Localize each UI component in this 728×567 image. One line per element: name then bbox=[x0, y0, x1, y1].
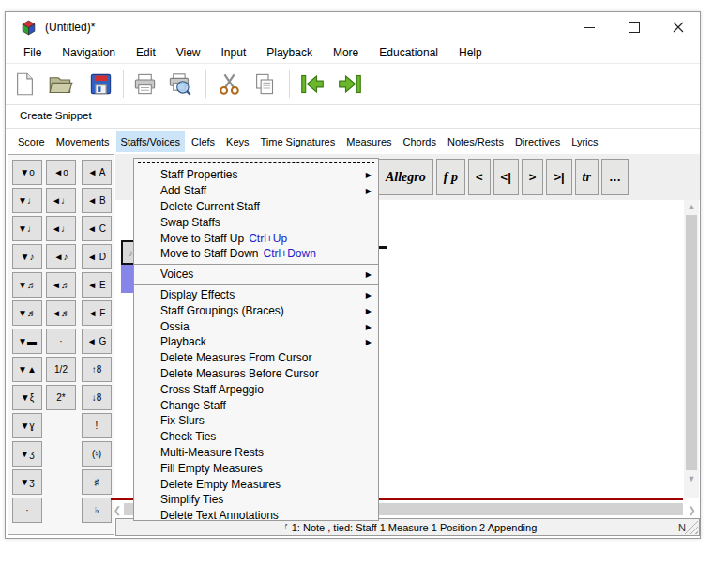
menu-item-voices[interactable]: Voices▶ bbox=[134, 267, 378, 283]
whole-note-button[interactable]: ◄o bbox=[46, 160, 76, 185]
menu-item-multi-measure-rests[interactable]: Multi-Measure Rests bbox=[134, 445, 378, 461]
menu-tearoff-handle[interactable] bbox=[138, 162, 374, 164]
thirtysecond-note-down-button[interactable]: ▼♬ bbox=[12, 300, 42, 326]
sixteenth-note-button[interactable]: ◄♬ bbox=[46, 272, 76, 298]
tab-chords[interactable]: Chords bbox=[399, 131, 441, 152]
breve-note-button[interactable]: ▼▬ bbox=[12, 329, 42, 354]
menu-item-move-to-staff-up[interactable]: Move to Staff UpCtrl+Up bbox=[134, 230, 378, 246]
menu-item-delete-current-staff[interactable]: Delete Current Staff bbox=[134, 199, 378, 215]
octave-up-button[interactable]: ↑8 bbox=[82, 357, 112, 382]
trill-button[interactable]: tr bbox=[575, 159, 599, 195]
dotted-button[interactable]: · bbox=[12, 498, 42, 523]
sixteenth-note-down-button[interactable]: ▼♬ bbox=[12, 272, 42, 298]
pitch-d-button[interactable]: ◄ D bbox=[82, 244, 112, 269]
half-note-button[interactable]: ◄♩ bbox=[46, 188, 76, 213]
save-file-icon[interactable] bbox=[88, 71, 114, 97]
menubar-item-edit[interactable]: Edit bbox=[129, 44, 162, 61]
pitch-f-button[interactable]: ◄ F bbox=[82, 300, 112, 326]
menu-item-add-staff[interactable]: Add Staff▶ bbox=[134, 183, 378, 199]
hscroll-left-arrow[interactable]: ❮ bbox=[111, 503, 124, 516]
minimize-button[interactable] bbox=[575, 18, 603, 37]
create-snippet-button[interactable]: Create Snippet bbox=[20, 110, 92, 121]
menubar-item-playback[interactable]: Playback bbox=[260, 44, 319, 61]
pitch-b-button[interactable]: ◄ B bbox=[82, 188, 112, 213]
maximize-button[interactable] bbox=[620, 18, 648, 37]
decrescendo-button[interactable]: > bbox=[522, 159, 544, 195]
half-note-down-button[interactable]: ▼♩ bbox=[12, 188, 42, 213]
quarter-note-down-button[interactable]: ▼♩ bbox=[12, 216, 42, 241]
sixteenth-rest-button[interactable]: ▼ʒ bbox=[12, 441, 42, 467]
tab-lyrics[interactable]: Lyrics bbox=[567, 131, 602, 152]
menu-item-fix-slurs[interactable]: Fix Slurs bbox=[134, 413, 378, 429]
tempo-allegro-button[interactable]: Allegro bbox=[378, 159, 433, 195]
pitch-g-button[interactable]: ◄ G bbox=[82, 329, 112, 354]
print-preview-icon[interactable] bbox=[167, 71, 192, 97]
flat-button[interactable]: ♭ bbox=[82, 498, 112, 523]
courtesy-natural-button[interactable]: (♮) bbox=[82, 441, 112, 467]
menu-item-display-effects[interactable]: Display Effects▶ bbox=[134, 287, 378, 303]
print-icon[interactable] bbox=[132, 71, 158, 97]
menu-item-swap-staffs[interactable]: Swap Staffs bbox=[134, 214, 378, 230]
more-dynamics-button[interactable]: … bbox=[601, 159, 629, 195]
eighth-note-button[interactable]: ◄♪ bbox=[46, 244, 76, 269]
new-file-icon[interactable] bbox=[12, 71, 38, 97]
menubar-item-help[interactable]: Help bbox=[452, 44, 489, 61]
quarter-rest-button[interactable]: ▼ξ bbox=[12, 385, 42, 410]
menu-item-delete-text-annotations[interactable]: Delete Text Annotations bbox=[134, 508, 378, 521]
double-duration-button[interactable]: 2* bbox=[46, 385, 76, 410]
menu-item-delete-measures-before-cursor[interactable]: Delete Measures Before Cursor bbox=[134, 366, 378, 382]
thirtysecond-rest-button[interactable]: ▼ʒ bbox=[12, 469, 42, 495]
tab-clefs[interactable]: Clefs bbox=[187, 131, 220, 152]
octave-down-button[interactable]: ↓8 bbox=[82, 385, 112, 410]
menu-item-cross-staff-arpeggio[interactable]: Cross Staff Arpeggio bbox=[134, 381, 378, 397]
menubar-item-navigation[interactable]: Navigation bbox=[55, 44, 122, 61]
tab-staffs-voices[interactable]: Staffs/Voices bbox=[116, 131, 185, 152]
open-file-icon[interactable] bbox=[48, 71, 73, 97]
cut-icon[interactable] bbox=[217, 71, 242, 97]
menubar-item-more[interactable]: More bbox=[326, 44, 365, 61]
menu-item-staff-groupings-braces[interactable]: Staff Groupings (Braces)▶ bbox=[134, 302, 378, 318]
copy-icon[interactable] bbox=[251, 71, 277, 97]
decrescendo-end-button[interactable]: >| bbox=[546, 159, 571, 195]
menubar-item-input[interactable]: Input bbox=[215, 44, 253, 61]
pitch-e-button[interactable]: ◄ E bbox=[82, 272, 112, 298]
tab-directives[interactable]: Directives bbox=[510, 131, 565, 152]
menu-item-ossia[interactable]: Ossia▶ bbox=[134, 318, 378, 334]
dynamic-fp-button[interactable]: f p bbox=[436, 159, 465, 195]
menubar-item-view[interactable]: View bbox=[170, 44, 207, 61]
menubar-item-educational[interactable]: Educational bbox=[372, 44, 445, 61]
menubar-item-file[interactable]: File bbox=[17, 44, 48, 61]
tab-movements[interactable]: Movements bbox=[52, 131, 114, 152]
tab-time-signatures[interactable]: Time Signatures bbox=[256, 131, 341, 152]
dot-small-button[interactable]: · bbox=[46, 329, 76, 354]
resize-grip[interactable] bbox=[684, 520, 698, 534]
menu-item-change-staff[interactable]: Change Staff bbox=[134, 397, 378, 413]
tab-notes-rests[interactable]: Notes/Rests bbox=[443, 131, 508, 152]
sharp-button[interactable]: ♯ bbox=[82, 469, 112, 495]
menu-item-delete-measures-from-cursor[interactable]: Delete Measures From Cursor bbox=[134, 350, 378, 366]
close-button[interactable] bbox=[664, 18, 692, 37]
whole-note-down-button[interactable]: ▼o bbox=[12, 160, 42, 185]
pitch-c-button[interactable]: ◄ C bbox=[82, 216, 112, 241]
menu-item-staff-properties[interactable]: Staff Properties▶ bbox=[134, 167, 378, 183]
menu-item-check-ties[interactable]: Check Ties bbox=[134, 429, 378, 445]
vscroll-down-arrow[interactable]: ▼ bbox=[684, 472, 699, 485]
thirtysecond-note-button[interactable]: ◄♬ bbox=[46, 300, 76, 326]
menu-item-fill-empty-measures[interactable]: Fill Empty Measures bbox=[134, 460, 378, 476]
crescendo-end-button[interactable]: <| bbox=[493, 159, 519, 195]
menu-item-move-to-staff-down[interactable]: Move to Staff DownCtrl+Down bbox=[134, 246, 378, 262]
pitch-a-button[interactable]: ◄ A bbox=[82, 160, 112, 185]
vscroll-thumb[interactable] bbox=[686, 215, 697, 470]
quarter-note-button[interactable]: ◄♩ bbox=[46, 216, 76, 241]
menu-item-simplify-ties[interactable]: Simplify Ties bbox=[134, 492, 378, 508]
tab-score[interactable]: Score bbox=[13, 131, 50, 152]
nav-forward-icon[interactable] bbox=[336, 71, 364, 97]
eighth-rest-button[interactable]: ▼ɣ bbox=[12, 413, 42, 438]
crescendo-button[interactable]: < bbox=[468, 159, 491, 195]
menu-item-playback[interactable]: Playback▶ bbox=[134, 334, 378, 350]
eighth-note-down-button[interactable]: ▼♪ bbox=[12, 244, 42, 269]
nav-back-icon[interactable] bbox=[298, 71, 326, 97]
notehead-button[interactable]: ▼▲ bbox=[12, 357, 42, 382]
half-duration-button[interactable]: 1/2 bbox=[46, 357, 76, 382]
hscroll-right-arrow[interactable]: ❯ bbox=[685, 503, 699, 516]
